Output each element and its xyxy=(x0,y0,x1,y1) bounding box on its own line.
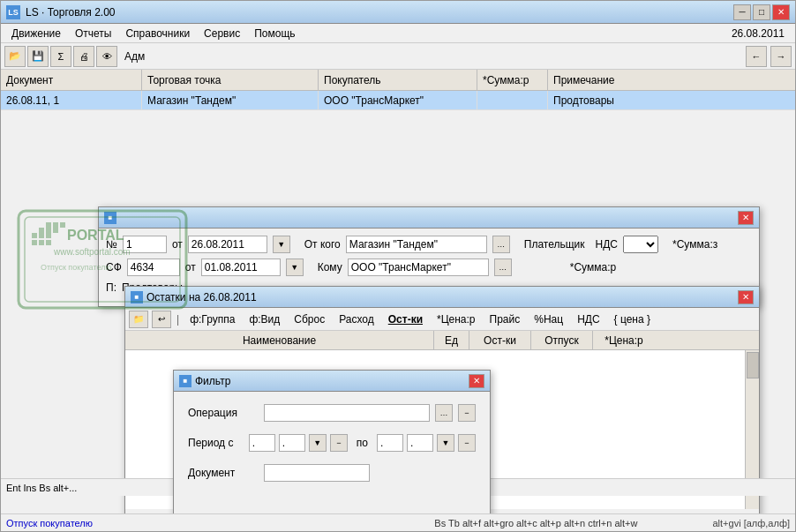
filter-dialog: ■ Фильтр ✕ Операция … − Период с xyxy=(173,370,491,513)
op-browse[interactable]: … xyxy=(435,404,453,422)
from-browse[interactable]: … xyxy=(492,236,510,253)
op-input[interactable] xyxy=(264,404,430,422)
maximize-button[interactable]: □ xyxy=(753,4,770,20)
toolbar-navigation: ← → xyxy=(746,46,792,67)
ost-price-r[interactable]: *Цена:р xyxy=(432,311,481,327)
to-browse[interactable]: … xyxy=(494,259,512,276)
ost-filter-group[interactable]: ф:Группа xyxy=(184,311,240,327)
svg-rect-13 xyxy=(46,240,51,245)
to-label: Кому xyxy=(318,261,342,273)
menu-bar: Движение Отчеты Справочники Сервис Помощ… xyxy=(1,24,795,43)
minimize-button[interactable]: ─ xyxy=(733,4,751,20)
status-left: Отпуск покупателю xyxy=(6,518,359,528)
tb-save[interactable]: 💾 xyxy=(27,46,49,67)
period-to-month[interactable] xyxy=(407,434,433,452)
tb-print[interactable]: 🖨 xyxy=(73,46,94,67)
period-from-day[interactable] xyxy=(249,434,275,452)
date-from-input[interactable] xyxy=(188,236,267,253)
col-doc: Документ xyxy=(1,70,142,90)
ost-reset[interactable]: Сброс xyxy=(289,311,330,327)
ost-dialog-close[interactable]: ✕ xyxy=(738,290,754,304)
sf-date-input[interactable] xyxy=(201,259,281,276)
period-to-dropdown[interactable]: ▼ xyxy=(437,434,454,452)
menu-help[interactable]: Помощь xyxy=(247,26,302,41)
svg-rect-8 xyxy=(46,233,51,238)
cell-doc: 26.08.11, 1 xyxy=(1,91,142,109)
ost-scrollbar-thumb[interactable] xyxy=(747,352,759,378)
svg-rect-5 xyxy=(39,233,44,238)
num-label: № xyxy=(106,238,117,251)
sum-z-label: *Сумма:з xyxy=(672,238,717,251)
doc-dialog-icon: ■ xyxy=(104,212,116,224)
col-note: Примечание xyxy=(548,70,725,90)
ost-remain[interactable]: Ост-ки xyxy=(383,311,428,327)
ost-nac[interactable]: %Нац xyxy=(529,311,568,327)
cell-note: Продтовары xyxy=(548,91,725,109)
table-row[interactable]: 26.08.11, 1 Магазин "Тандем" ООО "ТрансМ… xyxy=(1,91,795,110)
svg-rect-12 xyxy=(39,240,44,245)
window-title: LS · Торговля 2.00 xyxy=(26,6,733,19)
ost-filter-view[interactable]: ф:Вид xyxy=(244,311,285,327)
nav-forward-button[interactable]: → xyxy=(770,46,792,67)
doc-dialog-close[interactable]: ✕ xyxy=(738,211,754,225)
main-content: Документ Торговая точка Покупатель *Сумм… xyxy=(1,70,795,513)
filter-dialog-close[interactable]: ✕ xyxy=(469,374,484,388)
to-input[interactable] xyxy=(348,259,489,276)
sf-input[interactable] xyxy=(127,259,180,276)
period-to-label: по xyxy=(357,437,368,449)
from-label: От кого xyxy=(304,238,341,251)
filter-footer: Применить xyxy=(174,506,490,513)
period-to-clear[interactable]: − xyxy=(458,434,476,452)
period-from-clear[interactable]: − xyxy=(330,434,348,452)
ost-table-header: Наименование Ед Ост-ки Отпуск *Цена:р xyxy=(125,331,759,350)
app-icon: LS xyxy=(6,5,20,19)
period-to-group: ▼ − xyxy=(377,434,476,452)
ost-dialog-title-text: Остатки на 26.08.2011 xyxy=(146,291,738,303)
status-right: alt+gvi [алф,алф] xyxy=(713,518,791,528)
nds-select[interactable] xyxy=(623,236,658,253)
menu-reports[interactable]: Отчеты xyxy=(68,26,118,41)
ost-nds[interactable]: НДС xyxy=(572,311,605,327)
menu-references[interactable]: Справочники xyxy=(118,26,197,41)
ost-tb-btn2[interactable]: ↩ xyxy=(152,311,171,328)
doc-input[interactable] xyxy=(264,464,370,482)
filter-row-operation: Операция … − xyxy=(188,404,476,422)
ost-expense[interactable]: Расход xyxy=(334,311,379,327)
period-to-day[interactable] xyxy=(377,434,403,452)
ost-price-bracket[interactable]: { цена } xyxy=(609,311,656,327)
menu-service[interactable]: Сервис xyxy=(197,26,247,41)
menu-movement[interactable]: Движение xyxy=(4,26,68,41)
sf-date-dropdown[interactable]: ▼ xyxy=(286,259,304,276)
date-from-dropdown[interactable]: ▼ xyxy=(273,236,290,253)
tb-sum[interactable]: Σ xyxy=(50,46,71,67)
ost-col-release: Отпуск xyxy=(531,331,593,349)
op-clear[interactable]: − xyxy=(458,404,476,422)
ost-tb-btn1[interactable]: 📁 xyxy=(129,311,148,328)
sf-date-label: от xyxy=(185,261,196,273)
close-button[interactable]: ✕ xyxy=(772,4,790,20)
period-from-month[interactable] xyxy=(279,434,305,452)
table-header: Документ Торговая точка Покупатель *Сумм… xyxy=(1,70,795,91)
from-input[interactable] xyxy=(346,236,487,253)
num-input[interactable] xyxy=(123,236,167,253)
cell-sum xyxy=(477,91,548,109)
doc-dialog-title: ■ ✕ xyxy=(99,207,759,229)
ost-col-price: *Цена:р xyxy=(593,331,655,349)
main-table: Документ Торговая точка Покупатель *Сумм… xyxy=(1,70,795,110)
ost-col-name: Наименование xyxy=(125,331,434,349)
ost-dialog-icon: ■ xyxy=(131,291,143,303)
menu-date: 26.08.2011 xyxy=(732,27,792,40)
svg-rect-3 xyxy=(39,228,44,233)
tb-open[interactable]: 📂 xyxy=(4,46,26,67)
date-from-label: от xyxy=(172,238,183,251)
nav-back-button[interactable]: ← xyxy=(746,46,767,67)
svg-rect-7 xyxy=(53,222,58,228)
period-from-dropdown[interactable]: ▼ xyxy=(309,434,327,452)
ost-price[interactable]: Прайс xyxy=(484,311,526,327)
svg-rect-2 xyxy=(32,233,37,238)
doc-label: Документ xyxy=(188,467,259,479)
ost-col-remain: Ост-ки xyxy=(469,331,531,349)
svg-rect-9 xyxy=(53,228,58,233)
tb-preview[interactable]: 👁 xyxy=(96,46,117,67)
svg-rect-4 xyxy=(46,222,51,228)
